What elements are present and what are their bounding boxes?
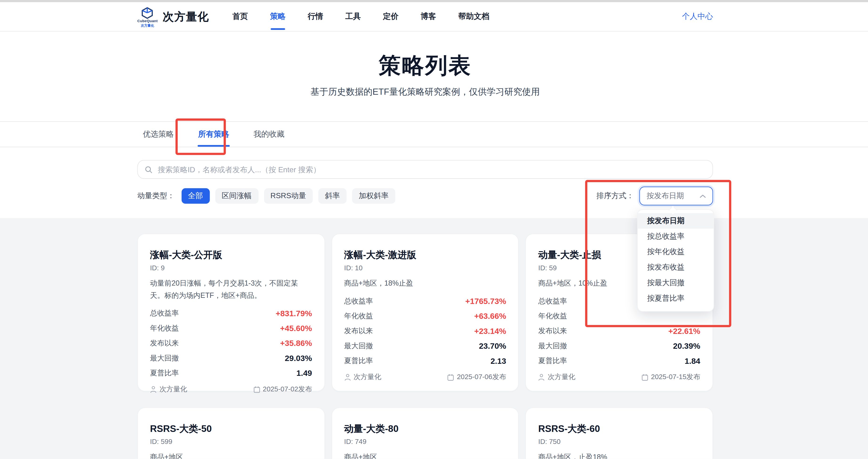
strategy-card[interactable]: 动量-大类-80 ID: 749 商品+地区 总收益率+3368.75% — [332, 407, 519, 459]
publish-date: 2025-07-06发布 — [457, 372, 506, 382]
person-icon — [538, 374, 545, 381]
brand-logo[interactable]: CubeQuant 次方量化 — [137, 6, 158, 27]
card-footer: 次方量化 2025-07-06发布 — [344, 372, 506, 382]
page-subtitle: 基于历史数据的ETF量化策略研究案例，仅供学习研究使用 — [137, 86, 713, 98]
sort-option-publish-date[interactable]: 按发布日期 — [638, 213, 714, 229]
nav-item-blog[interactable]: 博客 — [421, 11, 436, 22]
momentum-type-label: 动量类型： — [137, 191, 175, 201]
strategy-title: RSRS-大类-60 — [538, 423, 700, 435]
metric-row: 最大回撤29.03% — [150, 353, 312, 363]
logo-text-cn: 次方量化 — [141, 24, 154, 27]
metric-row: 最大回撤20.39% — [538, 341, 700, 350]
author: 次方量化 — [548, 372, 575, 382]
main-nav: 首页 策略 行情 工具 定价 博客 帮助文档 — [232, 11, 489, 22]
metric-row: 年化收益+63.66% — [344, 311, 506, 320]
metric-value: +35.86% — [280, 339, 312, 347]
brand-name: 次方量化 — [162, 9, 209, 24]
strategy-title: 动量-大类-80 — [344, 423, 506, 435]
metric-row: 年化收益+45.60% — [150, 323, 312, 333]
nav-item-pricing[interactable]: 定价 — [383, 11, 398, 22]
metric-row: 总收益率+1765.73% — [344, 296, 506, 306]
card-footer: 次方量化 2025-07-02发布 — [150, 385, 312, 394]
top-edge-strip — [0, 0, 868, 2]
card-footer: 次方量化 2025-07-15发布 — [538, 372, 700, 382]
metric-value: 23.70% — [479, 341, 506, 350]
nav-item-home[interactable]: 首页 — [232, 11, 248, 22]
metric-row: 发布以来+35.86% — [150, 338, 312, 348]
strategy-id: ID: 750 — [538, 438, 700, 446]
strategy-id: ID: 10 — [344, 264, 506, 272]
metrics-list: 总收益率+1765.73% 年化收益+63.66% 发布以来+23.14% 最大… — [344, 296, 506, 365]
sort-selected-value: 按发布日期 — [647, 191, 684, 201]
filter-chip-range-gain[interactable]: 区间涨幅 — [215, 188, 258, 204]
calendar-icon — [253, 386, 260, 393]
strategy-card[interactable]: RSRS-大类-50 ID: 599 商品+地区 总收益率+888.55% — [137, 407, 325, 459]
strategy-description: 商品+地区，止盈18% — [538, 451, 700, 459]
author: 次方量化 — [159, 385, 187, 394]
strategy-card[interactable]: RSRS-大类-60 ID: 750 商品+地区，止盈18% 总收益率+987.… — [525, 407, 713, 459]
metrics-list: 总收益率+831.79% 年化收益+45.60% 发布以来+35.86% 最大回… — [150, 308, 312, 378]
strategy-card[interactable]: 涨幅-大类-激进版 ID: 10 商品+地区，18%止盈 总收益率+1765.7… — [332, 234, 519, 391]
filter-chip-rsrs[interactable]: RSRS动量 — [264, 188, 313, 204]
filter-chip-slope[interactable]: 斜率 — [318, 188, 347, 204]
nav-item-tools[interactable]: 工具 — [345, 11, 361, 22]
strategy-id: ID: 599 — [150, 438, 312, 446]
sort-group: 排序方式： 按发布日期 — [596, 187, 713, 206]
cube-logo-icon — [141, 6, 154, 19]
metric-row: 总收益率+831.79% — [150, 308, 312, 318]
nav-item-market[interactable]: 行情 — [308, 11, 323, 22]
publish-date: 2025-07-15发布 — [651, 372, 700, 382]
strategy-title: 涨幅-大类-激进版 — [344, 249, 506, 261]
sort-option-since-publish-return[interactable]: 按发布收益 — [638, 259, 714, 275]
filter-chip-weighted-slope[interactable]: 加权斜率 — [352, 188, 395, 204]
nav-item-strategy[interactable]: 策略 — [270, 11, 285, 22]
metric-row: 夏普比率2.13 — [344, 356, 506, 365]
metric-row: 最大回撤23.70% — [344, 341, 506, 350]
sort-label: 排序方式： — [596, 191, 634, 201]
metric-value: 29.03% — [285, 354, 312, 362]
person-icon — [150, 386, 157, 393]
metric-value: +1765.73% — [465, 297, 506, 305]
calendar-icon — [642, 374, 648, 381]
search-input[interactable] — [157, 165, 705, 174]
sort-option-total-return[interactable]: 按总收益率 — [638, 228, 714, 244]
calendar-icon — [447, 374, 454, 381]
strategy-title: 涨幅-大类-公开版 — [150, 249, 312, 261]
metric-value: 2.13 — [491, 356, 506, 365]
strategy-description: 商品+地区 — [344, 451, 506, 459]
metric-row: 夏普比率1.49 — [150, 368, 312, 377]
metric-value: 1.84 — [685, 356, 700, 365]
metric-value: +831.79% — [276, 309, 312, 317]
sort-option-sharpe-ratio[interactable]: 按夏普比率 — [638, 290, 714, 306]
sort-select[interactable]: 按发布日期 — [640, 187, 713, 206]
sort-dropdown-menu: 按发布日期 按总收益率 按年化收益 按发布收益 按最大回撤 按夏普比率 — [637, 209, 714, 312]
search-icon — [145, 166, 152, 173]
filter-row: 动量类型： 全部 区间涨幅 RSRS动量 斜率 加权斜率 排序方式： 按发布日期 — [137, 187, 713, 206]
filter-chip-all[interactable]: 全部 — [181, 188, 210, 204]
strategy-id: ID: 749 — [344, 438, 506, 446]
author: 次方量化 — [354, 372, 381, 382]
strategy-description: 动量前20日涨幅，每个月交易1-3次，不固定某天。标的为场内ETF，地区+商品。 — [150, 277, 312, 302]
tab-featured-strategies[interactable]: 优选策略 — [137, 122, 180, 147]
user-center-link[interactable]: 个人中心 — [682, 11, 713, 22]
sort-option-max-drawdown[interactable]: 按最大回撤 — [638, 275, 714, 291]
metric-value: +22.61% — [669, 326, 700, 335]
metric-value: 20.39% — [673, 341, 701, 350]
strategy-title: RSRS-大类-50 — [150, 423, 312, 435]
nav-item-docs[interactable]: 帮助文档 — [458, 11, 489, 22]
tabs-bar: 优选策略 所有策略 我的收藏 — [0, 121, 868, 147]
metric-value: +45.60% — [280, 324, 312, 333]
strategy-grid-section: 涨幅-大类-公开版 ID: 9 动量前20日涨幅，每个月交易1-3次，不固定某天… — [0, 218, 868, 459]
tab-all-strategies[interactable]: 所有策略 — [193, 122, 235, 147]
strategy-list-page: CubeQuant 次方量化 次方量化 首页 策略 行情 工具 定价 博客 帮助… — [0, 0, 868, 459]
tab-my-favorites[interactable]: 我的收藏 — [248, 122, 290, 147]
strategy-card[interactable]: 涨幅-大类-公开版 ID: 9 动量前20日涨幅，每个月交易1-3次，不固定某天… — [137, 234, 325, 391]
metric-value: 1.49 — [297, 369, 312, 377]
page-title: 策略列表 — [137, 53, 713, 78]
chevron-up-icon — [700, 194, 706, 198]
metric-row: 夏普比率1.84 — [538, 356, 700, 365]
header: CubeQuant 次方量化 次方量化 首页 策略 行情 工具 定价 博客 帮助… — [0, 2, 868, 32]
publish-date: 2025-07-02发布 — [263, 385, 312, 394]
search-box[interactable] — [137, 160, 713, 179]
sort-option-annual-return[interactable]: 按年化收益 — [638, 244, 714, 259]
